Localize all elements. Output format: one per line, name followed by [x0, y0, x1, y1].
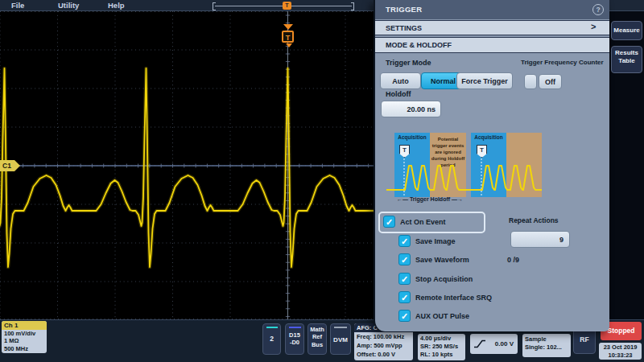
trigger-holdoff-arrow-label: Trigger Holdoff	[410, 196, 450, 202]
acquisition-badge[interactable]: Sample Single: 102...	[522, 334, 571, 357]
digital-label-1: D15	[286, 331, 303, 339]
menu-file[interactable]: File	[11, 1, 24, 10]
arrow-left-icon: ←—	[397, 196, 408, 202]
digital-color-line	[289, 327, 301, 328]
waveform-display	[0, 11, 374, 319]
channel-2-label: 2	[263, 335, 280, 343]
save-image-label: Save Image	[415, 237, 456, 245]
frequency-counter-toggle[interactable]	[524, 74, 537, 89]
afg-offset: Offset: 0.00 V	[354, 350, 413, 359]
force-trigger-button[interactable]: Force Trigger	[456, 72, 513, 89]
channel-2-button[interactable]: 2	[262, 323, 281, 355]
repeat-actions-input[interactable]: 9	[510, 231, 570, 248]
mode-holdoff-row[interactable]: MODE & HOLDOFF	[375, 37, 609, 53]
acquisition-mode: Sample	[525, 335, 571, 343]
remote-interface-srq-checkbox[interactable]: ✓	[398, 291, 411, 303]
repeat-actions-label: Repeat Actions	[509, 216, 559, 224]
trigger-badge[interactable]: 0.00 V	[470, 334, 518, 354]
afg-amp: Amp: 500 mVpp	[354, 341, 413, 350]
panel-title: TRIGGER	[375, 0, 609, 19]
trigger-mode-label: Trigger Mode	[386, 59, 431, 67]
trigger-flag-tip-icon	[286, 43, 292, 47]
stop-acquisition-label: Stop Acquisition	[415, 275, 473, 283]
slider-right-bracket	[351, 2, 354, 10]
trigger-frequency-counter-label: Trigger Frequency Counter	[521, 59, 604, 66]
channel-2-color-line	[266, 327, 278, 328]
rising-edge-icon	[473, 339, 486, 348]
holdoff-diagram: Acquisition Potential trigger events are…	[380, 129, 549, 209]
horizontal-badge[interactable]: 4.00 µs/div SR: 250 MS/s RL: 10 kpts	[418, 334, 465, 360]
measure-button[interactable]: Measure	[611, 21, 642, 40]
sample-rate: SR: 250 MS/s	[420, 343, 465, 351]
help-icon[interactable]: ?	[592, 4, 604, 15]
auto-button[interactable]: Auto	[380, 72, 421, 89]
dvm-label: DVM	[331, 336, 350, 343]
aux-out-pulse-checkbox[interactable]: ✓	[398, 310, 411, 322]
digital-label-2: -D0	[286, 339, 303, 346]
channel-1-impedance: 1 MΩ	[2, 337, 47, 344]
trigger-level-value: 0.00 V	[495, 340, 514, 348]
settings-row[interactable]: SETTINGS	[375, 20, 609, 35]
frequency-counter-off-button[interactable]: Off	[539, 74, 562, 89]
menu-utility[interactable]: Utility	[58, 1, 79, 10]
channel-1-scale: 100 mV/div	[2, 330, 47, 337]
channel-1-bandwidth: 500 MHz	[2, 345, 47, 352]
holdoff-input[interactable]: 20.00 ns	[381, 101, 441, 117]
slider-left-bracket	[213, 2, 216, 10]
math-ref-bus-button[interactable]: Math Ref Bus	[308, 323, 327, 355]
trigger-holdoff-span: ←— Trigger Holdoff —→	[391, 196, 469, 202]
datetime-badge: 23 Oct 2019 10:33:23	[599, 343, 642, 360]
channel-1-name: Ch 1	[2, 321, 47, 330]
chevron-right-icon: >	[591, 22, 596, 31]
aux-out-pulse-label: AUX OUT Pulse	[415, 312, 469, 320]
horizontal-scale: 4.00 µs/div	[420, 335, 465, 343]
trigger-panel: TRIGGER ? SETTINGS > MODE & HOLDOFF Trig…	[374, 0, 609, 331]
results-table-button[interactable]: Results Table	[611, 46, 642, 73]
slider-trigger-marker[interactable]: T	[283, 2, 291, 10]
save-waveform-progress: 0 /9	[507, 256, 519, 264]
date-label: 23 Oct 2019	[599, 343, 642, 352]
record-length: RL: 10 kpts	[420, 351, 465, 359]
dvm-button[interactable]: DVM	[330, 323, 351, 355]
trigger-position-flag[interactable]: T	[282, 31, 294, 43]
channel-1-badge[interactable]: Ch 1 100 mV/div 1 MΩ 500 MHz	[2, 321, 47, 353]
time-label: 10:33:23	[599, 352, 642, 360]
dvm-color-line	[334, 327, 347, 328]
arrow-right-icon: —→	[452, 196, 463, 202]
act-on-event-checkbox[interactable]: ✓	[383, 216, 395, 228]
save-waveform-label: Save Waveform	[415, 256, 469, 264]
remote-interface-srq-label: Remote Interface SRQ	[415, 294, 492, 302]
act-on-event-label: Act On Event	[400, 218, 446, 226]
stop-acquisition-checkbox[interactable]: ✓	[398, 273, 411, 285]
oscilloscope-screen: File Utility Help T C1 T Tek/tronix Meas…	[0, 0, 644, 362]
digital-channels-button[interactable]: D15 -D0	[285, 323, 304, 355]
trigger-position-triangle-icon	[283, 24, 293, 30]
menu-help[interactable]: Help	[108, 1, 125, 10]
save-image-checkbox[interactable]: ✓	[398, 235, 411, 247]
save-waveform-checkbox[interactable]: ✓	[398, 253, 411, 265]
acquisition-single: Single: 102...	[525, 343, 571, 352]
holdoff-label: Holdoff	[386, 90, 411, 98]
afg-freq: Freq: 100.00 kHz	[354, 332, 413, 341]
